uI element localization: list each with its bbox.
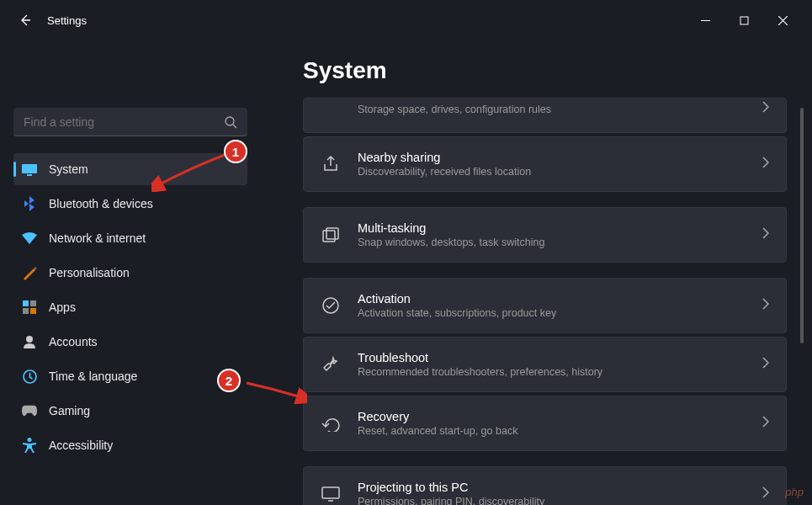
personalisation-icon [22,265,37,280]
svg-rect-14 [322,487,339,498]
setting-card-nearby-sharing[interactable]: Nearby sharing Discoverability, received… [303,136,787,192]
card-title: Projecting to this PC [358,481,762,494]
chevron-right-icon [762,357,769,372]
setting-card-storage[interactable]: Storage space, drives, configuration rul… [303,98,787,133]
svg-point-1 [226,117,234,125]
activation-icon [321,295,341,316]
sidebar-item-accessibility[interactable]: Accessibility [13,429,247,461]
sidebar-item-apps[interactable]: Apps [13,291,247,323]
setting-card-activation[interactable]: Activation Activation state, subscriptio… [303,278,787,333]
sidebar-item-bluetooth[interactable]: Bluetooth & devices [13,188,247,220]
apps-icon [22,300,37,315]
sidebar-item-label: System [49,162,88,176]
system-icon [22,162,37,177]
setting-card-multitasking[interactable]: Multi-tasking Snap windows, desktops, ta… [303,207,787,263]
svg-rect-6 [23,308,29,314]
sidebar-item-network[interactable]: Network & internet [13,222,247,254]
setting-card-troubleshoot[interactable]: Troubleshoot Recommended troubleshooters… [303,337,787,392]
svg-rect-12 [326,228,338,239]
card-title: Troubleshoot [358,351,762,364]
svg-rect-2 [22,164,37,173]
arrow-left-icon [19,13,32,27]
gaming-icon [22,403,37,418]
card-desc: Storage space, drives, configuration rul… [358,104,762,115]
chevron-right-icon [762,298,769,313]
maximize-icon [740,16,749,25]
sidebar: System Bluetooth & devices Network & int… [0,40,261,505]
window-controls [686,7,802,34]
search-input[interactable] [24,115,224,129]
svg-rect-7 [30,308,36,314]
search-box[interactable] [13,108,247,136]
chevron-right-icon [762,486,769,502]
annotation-arrow-1 [151,150,231,192]
card-desc: Activation state, subscriptions, product… [358,307,762,319]
main-panel: System Storage space, drives, configurat… [261,40,812,505]
annotation-badge-1: 1 [224,140,247,163]
card-title: Nearby sharing [358,151,762,164]
window-title: Settings [47,14,87,27]
minimize-button[interactable] [686,7,724,34]
card-desc: Recommended troubleshooters, preferences… [358,366,762,378]
annotation-badge-2: 2 [217,369,241,392]
card-desc: Reset, advanced start-up, go back [358,425,762,437]
sidebar-item-accounts[interactable]: Accounts [13,326,247,358]
card-desc: Snap windows, desktops, task switching [358,237,762,248]
recovery-icon [321,413,341,433]
annotation-arrow-2 [244,379,307,404]
chevron-right-icon [762,101,769,116]
svg-rect-3 [27,174,32,176]
storage-icon [321,98,341,119]
watermark: php [785,486,804,498]
accessibility-icon [22,438,37,453]
share-icon [321,154,341,174]
sidebar-item-label: Personalisation [49,266,130,279]
card-title: Activation [358,292,762,306]
sidebar-item-personalisation[interactable]: Personalisation [13,257,247,289]
setting-card-recovery[interactable]: Recovery Reset, advanced start-up, go ba… [303,396,787,451]
maximize-button[interactable] [724,7,763,34]
network-icon [22,231,37,246]
page-title: System [303,57,787,84]
svg-point-10 [28,438,32,442]
setting-card-projecting[interactable]: Projecting to this PC Permissions, pairi… [303,466,787,505]
scrollbar-thumb[interactable] [800,108,804,343]
svg-rect-4 [23,300,29,306]
minimize-icon [701,16,710,25]
svg-point-8 [26,336,33,343]
svg-rect-11 [323,231,335,242]
accounts-icon [22,334,37,349]
svg-rect-0 [740,17,748,24]
sidebar-item-gaming[interactable]: Gaming [13,395,247,427]
sidebar-item-time[interactable]: Time & language [13,360,247,392]
search-icon [224,115,237,129]
sidebar-item-label: Gaming [49,404,90,417]
chevron-right-icon [762,157,769,172]
sidebar-item-label: Accessibility [49,439,113,452]
nav-list: System Bluetooth & devices Network & int… [13,153,247,461]
sidebar-item-label: Bluetooth & devices [49,197,153,210]
svg-rect-5 [30,300,36,306]
close-button[interactable] [763,7,802,34]
projecting-icon [321,484,341,504]
chevron-right-icon [762,227,769,242]
multitask-icon [321,225,341,245]
troubleshoot-icon [321,354,341,375]
back-button[interactable] [10,5,40,35]
sidebar-item-label: Accounts [49,335,98,348]
scrollbar[interactable] [800,108,804,480]
card-title: Recovery [358,410,762,423]
card-title: Multi-tasking [358,221,762,235]
sidebar-item-label: Time & language [49,369,137,383]
titlebar: Settings [0,0,812,40]
sidebar-item-label: Apps [49,300,76,314]
sidebar-item-label: Network & internet [49,231,146,245]
bluetooth-icon [22,196,37,211]
close-icon [778,16,788,25]
card-desc: Permissions, pairing PIN, discoverabilit… [358,496,762,505]
chevron-right-icon [762,416,769,431]
card-desc: Discoverability, received files location [358,166,762,178]
time-icon [22,369,37,384]
